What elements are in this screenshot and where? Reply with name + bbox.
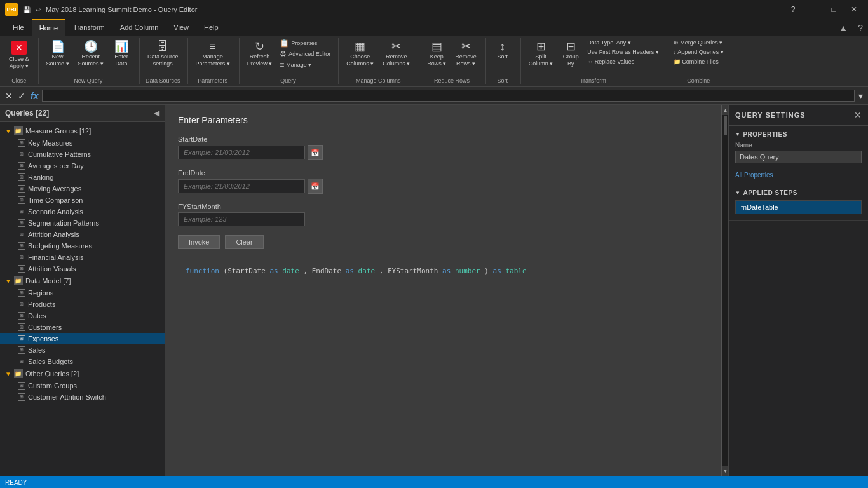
tab-file[interactable]: File xyxy=(5,19,32,36)
query-customer-attrition-switch[interactable]: ⊞ Customer Attrition Switch xyxy=(0,391,165,403)
minimize-btn[interactable]: — xyxy=(804,3,822,16)
query-attrition-analysis[interactable]: ⊞ Attrition Analysis xyxy=(0,229,165,240)
tab-home[interactable]: Home xyxy=(32,19,65,36)
query-scenario-analysis[interactable]: ⊞ Scenario Analysis xyxy=(0,206,165,217)
query-segmentation-patterns[interactable]: ⊞ Segmentation Patterns xyxy=(0,217,165,229)
qs-all-properties-link[interactable]: All Properties xyxy=(735,172,773,179)
query-regions[interactable]: ⊞ Regions xyxy=(0,287,165,299)
choose-columns-btn[interactable]: ▦ ChooseColumns ▾ xyxy=(342,38,377,70)
manage-parameters-btn[interactable]: ≡ ManageParameters ▾ xyxy=(192,38,234,70)
query-moving-averages[interactable]: ⊞ Moving Averages xyxy=(0,183,165,194)
ribbon-group-parameters: ≡ ManageParameters ▾ Parameters xyxy=(192,38,240,84)
query-dates[interactable]: ⊞ Dates xyxy=(0,310,165,322)
query-financial-analysis[interactable]: ⊞ Financial Analysis xyxy=(0,252,165,263)
fn-type-date1: date xyxy=(282,267,299,275)
right-scrollbar[interactable]: ▲ ▼ xyxy=(722,105,728,476)
ribbon-help-btn[interactable]: ? xyxy=(853,20,868,36)
scroll-up-btn[interactable]: ▲ xyxy=(722,105,728,115)
qs-properties-title: PROPERTIES xyxy=(735,131,862,138)
table-icon: ⊞ xyxy=(18,301,25,308)
manage-btn[interactable]: ≡Manage ▾ xyxy=(277,60,333,70)
query-expenses[interactable]: ⊞ Expenses xyxy=(0,333,165,344)
group-data-model[interactable]: ▼ 📁 Data Model [7] xyxy=(0,274,165,287)
split-column-btn[interactable]: ⊞ SplitColumn ▾ xyxy=(525,38,557,70)
param-calendar-btn-enddate[interactable]: 📅 xyxy=(308,179,323,194)
query-time-comparison[interactable]: ⊞ Time Comparison xyxy=(0,194,165,206)
qs-applied-steps-title: APPLIED STEPS xyxy=(735,189,862,196)
group-by-btn[interactable]: ⊟ GroupBy xyxy=(558,38,583,70)
keep-rows-btn[interactable]: ▤ KeepRows ▾ xyxy=(423,38,450,70)
table-icon: ⊞ xyxy=(18,335,25,342)
table-icon: ⊞ xyxy=(18,162,25,170)
group-other-queries[interactable]: ▼ 📁 Other Queries [2] xyxy=(0,367,165,380)
query-attrition-visuals[interactable]: ⊞ Attrition Visuals xyxy=(0,263,165,274)
advanced-editor-btn[interactable]: ⚙Advanced Editor xyxy=(277,49,333,59)
formula-expand-btn[interactable]: ▾ xyxy=(857,90,864,102)
group-collapse-icon: ▼ xyxy=(5,370,11,377)
tab-view[interactable]: View xyxy=(166,19,196,36)
qs-name-input[interactable] xyxy=(735,151,862,163)
query-custom-groups[interactable]: ⊞ Custom Groups xyxy=(0,380,165,391)
param-field-startdate: StartDate 📅 xyxy=(178,135,709,160)
query-sales[interactable]: ⊞ Sales xyxy=(0,344,165,356)
query-sales-budgets[interactable]: ⊞ Sales Budgets xyxy=(0,356,165,367)
data-type-btn[interactable]: Data Type: Any ▾ xyxy=(585,38,661,47)
formula-reject-btn[interactable]: ✕ xyxy=(4,90,14,102)
manage-columns-buttons: ▦ ChooseColumns ▾ ✂ RemoveColumns ▾ xyxy=(342,38,414,76)
qs-close-btn[interactable]: ✕ xyxy=(854,110,862,120)
maximize-btn[interactable]: □ xyxy=(825,3,843,16)
merge-queries-btn[interactable]: ⊕ Merge Queries ▾ xyxy=(671,38,726,47)
replace-values-btn[interactable]: ↔ Replace Values xyxy=(585,57,661,66)
data-source-settings-btn[interactable]: 🗄 Data sourcesettings xyxy=(144,38,182,70)
sidebar-collapse-btn[interactable]: ◀ xyxy=(154,109,159,118)
invoke-btn[interactable]: Invoke xyxy=(178,235,220,249)
tab-help[interactable]: Help xyxy=(196,19,226,36)
query-label: Key Measures xyxy=(28,139,72,147)
clear-btn[interactable]: Clear xyxy=(225,235,263,249)
first-row-header-btn[interactable]: Use First Row as Headers ▾ xyxy=(585,48,661,57)
step-item-fndatetable[interactable]: fnDateTable xyxy=(735,200,862,214)
formula-accept-btn[interactable]: ✓ xyxy=(17,90,27,102)
scroll-thumb[interactable] xyxy=(724,116,727,135)
refresh-preview-btn[interactable]: ↻ RefreshPreview ▾ xyxy=(243,38,276,70)
formula-fx-btn[interactable]: fx xyxy=(29,90,39,102)
query-key-measures[interactable]: ⊞ Key Measures xyxy=(0,137,165,149)
query-products[interactable]: ⊞ Products xyxy=(0,299,165,310)
help-btn[interactable]: ? xyxy=(784,3,802,16)
group-measure-groups[interactable]: ▼ 📁 Measure Groups [12] xyxy=(0,125,165,137)
sort-btn[interactable]: ↕ Sort xyxy=(490,38,515,62)
close-apply-btn[interactable]: ✕ Close &Apply ▾ xyxy=(5,38,33,72)
param-input-enddate[interactable] xyxy=(178,179,305,193)
new-source-btn[interactable]: 📄 NewSource ▾ xyxy=(43,38,73,70)
param-input-startdate[interactable] xyxy=(178,146,305,159)
table-icon: ⊞ xyxy=(18,346,25,354)
query-cumulative-patterns[interactable]: ⊞ Cumulative Patterns xyxy=(0,149,165,160)
table-icon: ⊞ xyxy=(18,382,25,390)
ribbon-collapse-btn[interactable]: ▲ xyxy=(834,20,853,36)
query-ranking[interactable]: ⊞ Ranking xyxy=(0,172,165,183)
properties-btn[interactable]: 📋Properties xyxy=(277,38,333,48)
scroll-down-btn[interactable]: ▼ xyxy=(722,466,728,476)
recent-sources-btn[interactable]: 🕒 RecentSources ▾ xyxy=(74,38,108,70)
param-label-enddate: EndDate xyxy=(178,169,709,177)
formula-input[interactable]: = (StartDate as date, EndDate as date, F… xyxy=(42,90,855,102)
param-calendar-btn-startdate[interactable]: 📅 xyxy=(308,145,323,160)
query-settings-panel: QUERY SETTINGS ✕ PROPERTIES Name All Pro… xyxy=(728,105,868,476)
param-input-fystartmonth[interactable] xyxy=(178,212,305,226)
param-field-enddate: EndDate 📅 xyxy=(178,169,709,194)
table-icon: ⊞ xyxy=(18,196,25,204)
scroll-track xyxy=(722,115,728,466)
enter-data-btn[interactable]: 📊 EnterData xyxy=(109,38,134,70)
query-budgeting-measures[interactable]: ⊞ Budgeting Measures xyxy=(0,240,165,252)
remove-rows-btn[interactable]: ✂ RemoveRows ▾ xyxy=(451,38,480,70)
step-label: fnDateTable xyxy=(741,203,778,211)
table-icon: ⊞ xyxy=(18,265,25,273)
query-customers[interactable]: ⊞ Customers xyxy=(0,322,165,333)
query-averages-per-day[interactable]: ⊞ Averages per Day xyxy=(0,160,165,172)
tab-add-column[interactable]: Add Column xyxy=(112,19,166,36)
tab-transform[interactable]: Transform xyxy=(65,19,112,36)
append-queries-btn[interactable]: ↓ Append Queries ▾ xyxy=(671,48,726,57)
close-btn[interactable]: ✕ xyxy=(845,3,863,16)
remove-columns-btn[interactable]: ✂ RemoveColumns ▾ xyxy=(379,38,414,70)
combine-files-btn[interactable]: 📁 Combine Files xyxy=(671,57,726,66)
